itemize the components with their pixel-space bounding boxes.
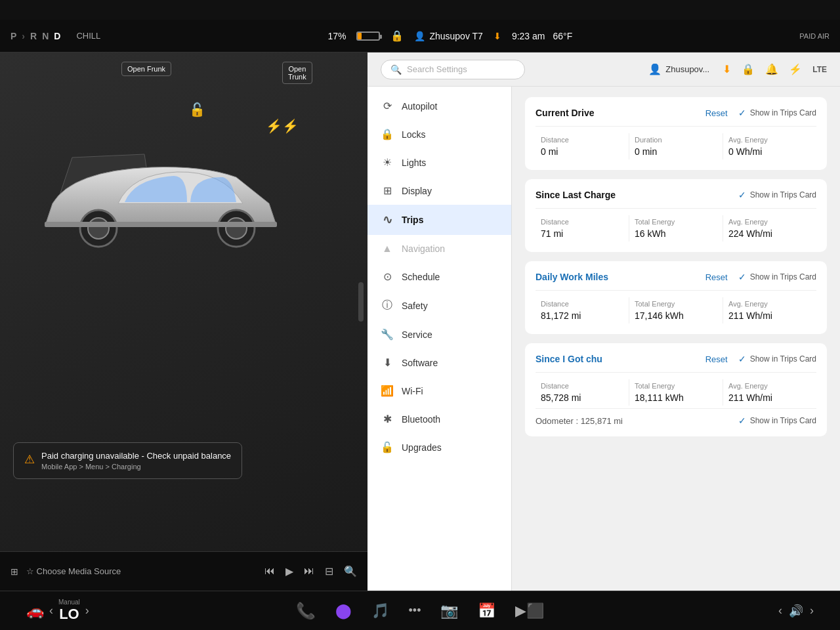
lock-settings-icon[interactable]: 🔒 [742, 63, 755, 75]
chevron-right-right[interactable]: › [810, 604, 814, 618]
prev-button[interactable]: ⏮ [264, 565, 275, 578]
daily-work-show-trips[interactable]: ✓ Show in Trips Card [738, 272, 816, 282]
update-icon[interactable]: ⬇ [723, 63, 731, 75]
stat-value-distance-1: 71 mi [541, 228, 623, 239]
phone-icon[interactable]: 📞 [296, 602, 316, 620]
media-icon-bar[interactable]: ▶⬛ [515, 602, 544, 620]
settings-top-bar: 🔍 Search Settings 👤 Zhusupov... ⬇ 🔒 🔔 ⚡ … [368, 52, 840, 87]
nav-label-display: Display [402, 186, 432, 196]
paid-air-label: PAID AIR [799, 32, 830, 40]
locks-icon: 🔒 [381, 128, 394, 140]
spotify-icon[interactable]: 🎵 [371, 602, 389, 620]
bell-icon[interactable]: 🔔 [765, 63, 778, 75]
since-last-charge-stats: Distance 71 mi Total Energy 16 kWh Avg. … [536, 208, 816, 242]
battery-bar [356, 32, 380, 41]
lo-chevron-right[interactable]: › [85, 604, 89, 618]
alert-content: Paid charging unavailable - Check unpaid… [41, 451, 231, 471]
daily-work-reset[interactable]: Reset [705, 272, 728, 282]
more-icon[interactable]: ••• [409, 604, 421, 618]
stat-label-distance-2: Distance [541, 300, 623, 308]
search-media-button[interactable]: 🔍 [344, 565, 357, 578]
nav-item-locks[interactable]: 🔒 Locks [368, 120, 511, 148]
stat-avg-energy-1: Avg. Energy 224 Wh/mi [723, 215, 816, 242]
stat-distance-1: Distance 71 mi [536, 215, 629, 242]
stat-label-avg-energy-2: Avg. Energy [728, 300, 811, 308]
search-box[interactable]: 🔍 Search Settings [381, 60, 525, 79]
nav-item-schedule[interactable]: ⊙ Schedule [368, 262, 511, 291]
current-drive-reset[interactable]: Reset [705, 108, 728, 118]
car-info-left: 🚗 ‹ Manual LO › [26, 598, 89, 623]
gear-separator: › [22, 31, 25, 41]
gear-r: R [30, 31, 37, 41]
nav-item-service[interactable]: 🔧 Service [368, 320, 511, 348]
daily-work-miles-title: Daily Work Miles [536, 272, 608, 282]
stat-distance-3: Distance 85,728 mi [536, 379, 629, 406]
show-trips-label-4: Show in Trips Card [750, 354, 816, 364]
odometer-row: Odometer : 125,871 mi ✓ Show in Trips Ca… [536, 408, 816, 426]
nav-item-upgrades[interactable]: 🔓 Upgrades [368, 433, 511, 461]
since-i-got-chu-reset[interactable]: Reset [705, 354, 728, 364]
nav-item-lights[interactable]: ☀ Lights [368, 148, 511, 177]
settings-panel: 🔍 Search Settings 👤 Zhusupov... ⬇ 🔒 🔔 ⚡ … [368, 52, 840, 591]
settings-layout: 🔍 Search Settings 👤 Zhusupov... ⬇ 🔒 🔔 ⚡ … [368, 52, 840, 591]
current-drive-title: Current Drive [536, 108, 594, 118]
nav-item-wifi[interactable]: 📶 Wi-Fi [368, 377, 511, 405]
media-controls: ⏮ ▶ ⏭ ⊟ 🔍 [264, 565, 357, 578]
stat-label-total-energy-1: Total Energy [635, 218, 717, 226]
chevron-left-right[interactable]: ‹ [778, 604, 782, 618]
nav-item-autopilot[interactable]: ⟳ Autopilot [368, 92, 511, 120]
next-button[interactable]: ⏭ [304, 565, 314, 578]
stat-value-duration-0: 0 min [635, 146, 717, 157]
scroll-handle[interactable] [358, 282, 364, 322]
open-frunk-button[interactable]: Open Frunk [121, 62, 171, 76]
nav-label-bluetooth: Bluetooth [402, 414, 440, 425]
lock-icon: 🔒 [390, 30, 404, 42]
since-charge-show-trips[interactable]: ✓ Show in Trips Card [738, 190, 816, 200]
calendar-icon[interactable]: 📅 [478, 602, 495, 620]
trips-content: Current Drive Reset ✓ Show in Trips Card [512, 87, 840, 591]
since-i-got-chu-show-trips[interactable]: ✓ Show in Trips Card [738, 354, 816, 364]
user-icon: 👤 [414, 31, 425, 41]
lo-chevron-left[interactable]: ‹ [49, 604, 53, 618]
stat-value-total-energy-2: 17,146 kWh [635, 310, 717, 321]
siri-icon[interactable]: ⬤ [335, 602, 352, 620]
section-since-i-got-chu: Since I Got chu Reset ✓ Show in Trips Ca… [525, 343, 827, 436]
nav-label-navigation: Navigation [402, 243, 445, 254]
open-trunk-button[interactable]: OpenTrunk [282, 62, 312, 84]
manual-label: Manual [58, 598, 80, 606]
main-area: Open Frunk OpenTrunk 🔓 ⚡ ⚡ [0, 52, 840, 591]
eq-button[interactable]: ⊟ [325, 565, 333, 578]
nav-item-bluetooth[interactable]: ✱ Bluetooth [368, 405, 511, 433]
volume-icon[interactable]: 🔊 [789, 604, 803, 618]
lo-display: Manual LO [58, 598, 80, 623]
navigation-icon: ▲ [381, 243, 394, 255]
nav-label-autopilot: Autopilot [402, 101, 437, 112]
nav-label-schedule: Schedule [402, 272, 440, 282]
current-drive-show-trips[interactable]: ✓ Show in Trips Card [738, 108, 816, 118]
media-source-label[interactable]: ☆ Choose Media Source [26, 566, 121, 576]
nav-item-display[interactable]: ⊞ Display [368, 177, 511, 205]
alert-title: Paid charging unavailable - Check unpaid… [41, 451, 231, 461]
stat-value-distance-0: 0 mi [541, 146, 623, 157]
nav-item-trips[interactable]: ∿ Trips [368, 205, 511, 235]
nav-item-software[interactable]: ⬇ Software [368, 348, 511, 377]
odometer-show-trips[interactable]: ✓ Show in Trips Card [738, 415, 816, 426]
play-button[interactable]: ▶ [285, 565, 293, 578]
bluetooth-settings-icon[interactable]: ⚡ [789, 63, 802, 75]
lo-value: LO [59, 606, 79, 623]
nav-item-safety[interactable]: ⓘ Safety [368, 291, 511, 320]
since-last-charge-title: Since Last Charge [536, 190, 616, 200]
camera-icon[interactable]: 📷 [440, 602, 458, 620]
since-i-got-chu-stats: Distance 85,728 mi Total Energy 18,111 k… [536, 372, 816, 406]
wifi-icon: 📶 [381, 385, 394, 397]
service-icon: 🔧 [381, 328, 394, 341]
frunk-label-text: Open Frunk [127, 65, 165, 73]
user-display-name: Zhusupov... [665, 64, 709, 74]
stat-label-duration-0: Duration [635, 136, 717, 144]
nav-label-trips: Trips [402, 215, 423, 225]
stat-value-energy-0: 0 Wh/mi [728, 146, 811, 157]
stat-avg-energy-3: Avg. Energy 211 Wh/mi [723, 379, 816, 406]
nav-item-navigation[interactable]: ▲ Navigation [368, 235, 511, 262]
stat-value-total-energy-3: 18,111 kWh [635, 392, 717, 403]
stat-label-total-energy-2: Total Energy [635, 300, 717, 308]
